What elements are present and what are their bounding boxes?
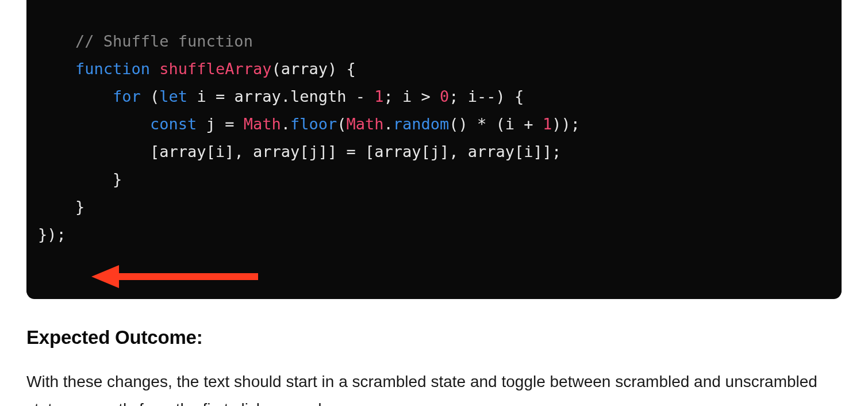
code-line: for (let i = array.length - 1; i > 0; i-… xyxy=(38,87,524,105)
code-brace: } xyxy=(75,198,85,216)
code-line: } xyxy=(38,170,122,188)
section-heading: Expected Outcome: xyxy=(26,327,842,348)
code-line: [array[i], array[j]] = [array[j], array[… xyxy=(38,143,561,160)
code-line: const j = Math.floor(Math.random() * (i … xyxy=(38,115,580,133)
code-builtin-math: Math xyxy=(244,115,281,133)
body-paragraph: With these changes, the text should star… xyxy=(26,368,842,406)
code-text: ; i > xyxy=(384,87,440,105)
code-number: 1 xyxy=(374,87,383,105)
code-method-floor: floor xyxy=(290,115,337,133)
code-text: () * (i + xyxy=(449,115,543,133)
code-keyword-const: const xyxy=(150,115,197,133)
code-line: function shuffleArray(array) { xyxy=(38,60,356,78)
code-text: )); xyxy=(552,115,580,133)
code-paren: ( xyxy=(337,115,346,133)
code-keyword-function: function xyxy=(75,60,150,78)
code-swap-line: [array[i], array[j]] = [array[j], array[… xyxy=(150,143,561,160)
code-method-random: random xyxy=(393,115,450,133)
code-closer: }); xyxy=(38,225,66,243)
code-text: i = array.length - xyxy=(187,87,374,105)
code-dot: . xyxy=(281,115,290,133)
code-number: 0 xyxy=(440,87,449,105)
code-keyword-for: for xyxy=(113,87,141,105)
code-brace: } xyxy=(113,170,122,188)
code-line: } xyxy=(38,198,85,216)
code-text: ( xyxy=(141,87,160,105)
code-block: // Shuffle function function shuffleArra… xyxy=(26,0,842,299)
code-line: }); xyxy=(38,225,66,243)
code-builtin-math: Math xyxy=(346,115,383,133)
code-line: // Shuffle function xyxy=(38,32,253,50)
code-function-name: shuffleArray xyxy=(159,60,271,78)
annotation-arrow-icon xyxy=(91,204,264,299)
code-dot: . xyxy=(384,115,393,133)
code-number: 1 xyxy=(543,115,552,133)
code-text: ; i--) { xyxy=(449,87,524,105)
code-text: j = xyxy=(197,115,243,133)
svg-marker-1 xyxy=(91,265,119,288)
code-keyword-let: let xyxy=(159,87,187,105)
code-comment: // Shuffle function xyxy=(75,32,253,50)
code-signature: (array) { xyxy=(271,60,355,78)
